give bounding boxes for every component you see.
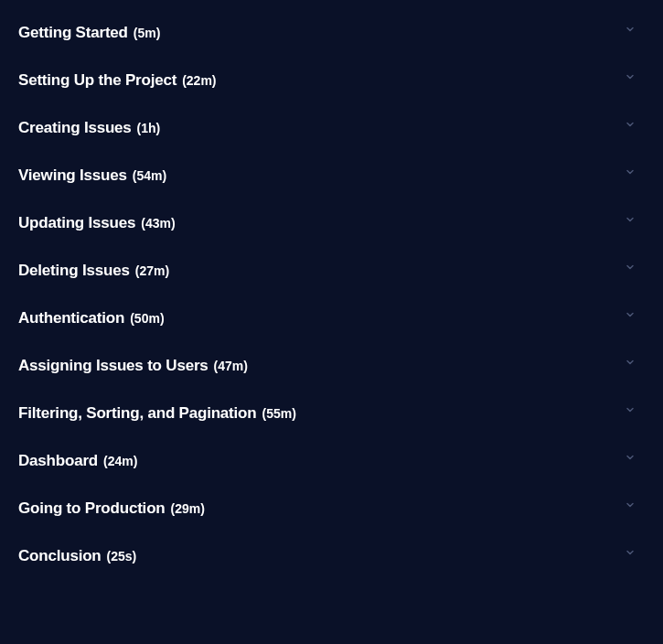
section-item[interactable]: Viewing Issues(54m) (18, 152, 645, 199)
section-duration: (43m) (141, 216, 175, 231)
section-item[interactable]: Updating Issues(43m) (18, 199, 645, 247)
section-duration: (22m) (182, 73, 216, 88)
section-title: Updating Issues (18, 214, 135, 232)
chevron-down-icon (623, 307, 637, 322)
section-duration: (24m) (103, 454, 137, 468)
section-title: Getting Started (18, 24, 128, 42)
course-section-list: Getting Started(5m)Setting Up the Projec… (18, 9, 645, 580)
section-header: Setting Up the Project(22m) (18, 71, 217, 90)
section-item[interactable]: Creating Issues(1h) (18, 104, 645, 152)
section-header: Conclusion(25s) (18, 547, 136, 565)
chevron-down-icon (623, 212, 637, 227)
section-header: Assigning Issues to Users(47m) (18, 357, 248, 375)
section-title: Creating Issues (18, 119, 132, 137)
chevron-down-icon (623, 355, 637, 370)
section-header: Getting Started(5m) (18, 24, 160, 42)
section-duration: (27m) (135, 263, 169, 278)
chevron-down-icon (623, 70, 637, 84)
section-duration: (29m) (171, 501, 205, 516)
section-item[interactable]: Conclusion(25s) (18, 532, 645, 580)
section-duration: (50m) (130, 311, 164, 326)
section-title: Viewing Issues (18, 166, 127, 185)
section-header: Viewing Issues(54m) (18, 166, 166, 185)
section-duration: (55m) (262, 406, 295, 421)
chevron-down-icon (623, 22, 637, 37)
section-header: Authentication(50m) (18, 309, 165, 327)
section-duration: (54m) (133, 168, 166, 183)
section-title: Going to Production (18, 499, 166, 518)
chevron-down-icon (623, 117, 637, 132)
section-duration: (1h) (137, 121, 161, 135)
section-item[interactable]: Filtering, Sorting, and Pagination(55m) (18, 390, 645, 437)
section-header: Going to Production(29m) (18, 499, 205, 518)
section-item[interactable]: Going to Production(29m) (18, 485, 645, 532)
chevron-down-icon (623, 260, 637, 274)
section-item[interactable]: Deleting Issues(27m) (18, 247, 645, 295)
section-header: Dashboard(24m) (18, 452, 137, 470)
section-header: Deleting Issues(27m) (18, 262, 169, 280)
section-header: Creating Issues(1h) (18, 119, 160, 137)
section-title: Dashboard (18, 452, 98, 470)
section-title: Deleting Issues (18, 262, 130, 280)
section-title: Assigning Issues to Users (18, 357, 209, 375)
section-header: Updating Issues(43m) (18, 214, 176, 232)
section-duration: (47m) (214, 359, 248, 373)
section-title: Filtering, Sorting, and Pagination (18, 404, 256, 423)
section-title: Setting Up the Project (18, 71, 176, 90)
section-item[interactable]: Authentication(50m) (18, 295, 645, 342)
chevron-down-icon (623, 450, 637, 465)
section-item[interactable]: Dashboard(24m) (18, 437, 645, 485)
section-item[interactable]: Setting Up the Project(22m) (18, 57, 645, 104)
section-title: Authentication (18, 309, 124, 327)
chevron-down-icon (623, 498, 637, 512)
chevron-down-icon (623, 545, 637, 560)
section-title: Conclusion (18, 547, 102, 565)
section-duration: (5m) (134, 26, 161, 40)
section-item[interactable]: Getting Started(5m) (18, 9, 645, 57)
section-item[interactable]: Assigning Issues to Users(47m) (18, 342, 645, 390)
chevron-down-icon (623, 165, 637, 179)
chevron-down-icon (623, 402, 637, 417)
section-header: Filtering, Sorting, and Pagination(55m) (18, 404, 296, 423)
section-duration: (25s) (107, 549, 137, 564)
